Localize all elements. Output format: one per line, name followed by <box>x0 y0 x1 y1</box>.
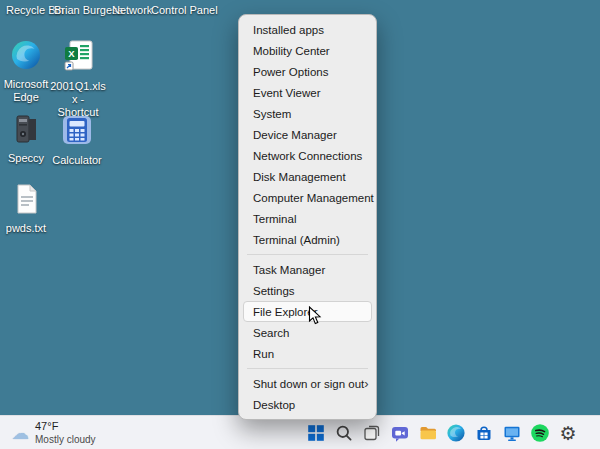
menu-item-event-viewer[interactable]: Event Viewer <box>243 82 372 103</box>
menu-item-settings[interactable]: Settings <box>243 280 372 301</box>
menu-item-system[interactable]: System <box>243 103 372 124</box>
search-button[interactable] <box>332 419 356 447</box>
settings-button[interactable]: ⚙ <box>556 419 580 447</box>
desktop-icon-calculator[interactable]: Calculator <box>52 113 102 167</box>
gear-icon: ⚙ <box>559 424 576 443</box>
monitor-icon <box>502 423 522 443</box>
menu-item-network-connections[interactable]: Network Connections <box>243 145 372 166</box>
file-explorer-icon <box>418 423 438 443</box>
menu-item-shutdown-signout[interactable]: Shut down or sign out › <box>243 373 372 394</box>
svg-text:X: X <box>68 48 75 59</box>
desktop-icon-network[interactable]: Network <box>112 4 152 16</box>
menu-item-device-manager[interactable]: Device Manager <box>243 124 372 145</box>
text-file-icon <box>10 183 42 219</box>
menu-separator <box>247 254 368 255</box>
edge-icon <box>446 423 466 443</box>
edge-button[interactable] <box>444 419 468 447</box>
menu-item-disk-management[interactable]: Disk Management <box>243 166 372 187</box>
file-explorer-button[interactable] <box>416 419 440 447</box>
menu-item-terminal-admin[interactable]: Terminal (Admin) <box>243 229 372 250</box>
microsoft-store-icon <box>474 423 494 443</box>
menu-item-power-options[interactable]: Power Options <box>243 61 372 82</box>
chat-button[interactable] <box>388 419 412 447</box>
excel-file-icon: X <box>61 39 95 77</box>
menu-item-terminal[interactable]: Terminal <box>243 208 372 229</box>
menu-item-desktop[interactable]: Desktop <box>243 394 372 415</box>
desktop-icon-control-panel[interactable]: Control Panel <box>151 4 218 16</box>
search-icon <box>334 423 354 443</box>
edge-icon <box>10 39 42 75</box>
menu-item-task-manager[interactable]: Task Manager <box>243 259 372 280</box>
winx-context-menu: Installed apps Mobility Center Power Opt… <box>238 14 377 420</box>
desktop-icon-label: Calculator <box>52 154 102 167</box>
menu-item-file-explorer[interactable]: File Explorer <box>243 301 372 322</box>
start-button[interactable] <box>304 419 328 447</box>
desktop-icon-label: Speccy <box>8 152 44 165</box>
weather-condition: Mostly cloudy <box>35 434 96 446</box>
menu-item-computer-management[interactable]: Computer Management <box>243 187 372 208</box>
calculator-icon <box>60 113 94 151</box>
windows-logo-icon <box>306 423 326 443</box>
desktop-icon-label: pwds.txt <box>6 222 46 235</box>
task-view-icon <box>362 423 382 443</box>
speccy-icon <box>10 113 42 149</box>
desktop-icon-label: Microsoft Edge <box>1 78 51 104</box>
desktop-icon-excel-shortcut[interactable]: X 2001Q1.xlsx - Shortcut <box>50 39 106 119</box>
chat-icon <box>390 423 410 443</box>
menu-item-search[interactable]: Search <box>243 322 372 343</box>
menu-item-mobility-center[interactable]: Mobility Center <box>243 40 372 61</box>
menu-item-installed-apps[interactable]: Installed apps <box>243 19 372 40</box>
display-app-button[interactable] <box>500 419 524 447</box>
menu-separator <box>247 368 368 369</box>
menu-item-run[interactable]: Run <box>243 343 372 364</box>
spotify-button[interactable] <box>528 419 552 447</box>
desktop-icon-pwds-txt[interactable]: pwds.txt <box>1 183 51 235</box>
taskbar: ☁ 47°F Mostly cloudy <box>0 415 600 449</box>
weather-widget[interactable]: ☁ 47°F Mostly cloudy <box>8 419 100 447</box>
spotify-icon <box>530 423 550 443</box>
submenu-chevron-icon: › <box>364 377 368 390</box>
store-button[interactable] <box>472 419 496 447</box>
desktop-icon-edge[interactable]: Microsoft Edge <box>1 39 51 104</box>
cloud-icon: ☁ <box>12 423 29 444</box>
desktop-icon-speccy[interactable]: Speccy <box>1 113 51 165</box>
weather-temperature: 47°F <box>35 420 96 433</box>
task-view-button[interactable] <box>360 419 384 447</box>
taskbar-icons: ⚙ <box>304 419 580 447</box>
